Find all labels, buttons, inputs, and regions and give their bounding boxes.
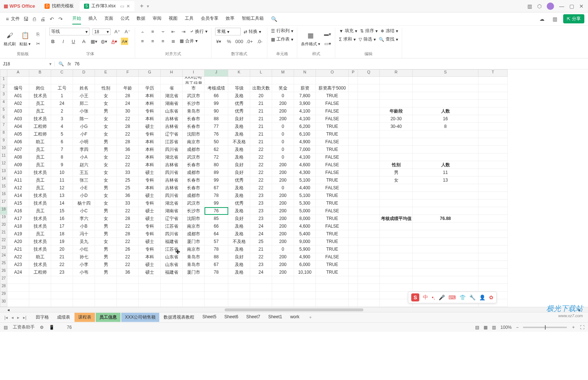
cell[interactable]	[29, 284, 51, 292]
cell[interactable]	[380, 276, 413, 284]
dec-inc-icon[interactable]: .0+	[246, 38, 253, 45]
currency-icon[interactable]: ¥▾	[215, 38, 222, 45]
cell[interactable]: 湖北省	[161, 153, 183, 161]
cell[interactable]	[161, 77, 183, 84]
cell[interactable]: 6,200	[294, 123, 316, 130]
indent-inc-icon[interactable]: ⇥	[180, 28, 187, 35]
cell[interactable]	[294, 292, 316, 299]
cell[interactable]: 员工	[29, 153, 51, 161]
align-right-icon[interactable]: ≡	[159, 37, 167, 45]
sheet-tab[interactable]: 员工信息	[96, 313, 121, 322]
cell[interactable]	[228, 77, 250, 84]
cell[interactable]	[349, 269, 358, 276]
cell[interactable]: 技术员	[29, 92, 51, 100]
cell[interactable]	[358, 276, 380, 284]
cell[interactable]: FALSE	[316, 169, 349, 176]
cell[interactable]: 及格	[228, 146, 250, 153]
cell[interactable]	[349, 107, 358, 115]
fill-color-icon[interactable]: ◍▾	[100, 38, 108, 45]
cell[interactable]: 25	[250, 238, 272, 246]
sheet-tab[interactable]: work	[286, 313, 303, 322]
cell[interactable]	[349, 115, 358, 123]
cell[interactable]: 67	[205, 261, 228, 269]
cell[interactable]: 学历	[139, 84, 161, 92]
cell[interactable]: 男	[95, 253, 117, 261]
cell[interactable]: 21	[250, 246, 272, 253]
cell[interactable]	[380, 200, 413, 207]
cell[interactable]	[117, 276, 139, 284]
col-header-T[interactable]: T	[478, 69, 508, 77]
sort-button[interactable]: ⇅ 排序 ▾	[360, 28, 378, 34]
cell[interactable]	[478, 269, 508, 276]
cell[interactable]	[29, 299, 51, 307]
cell[interactable]: 武汉市	[183, 153, 205, 161]
ime-skin-icon[interactable]: 👕	[459, 294, 466, 300]
cell[interactable]	[294, 299, 316, 307]
cell[interactable]: 及格	[228, 223, 250, 230]
status-helper[interactable]: 工资条助手	[13, 324, 35, 330]
cell[interactable]: 76.88	[413, 215, 478, 223]
cell[interactable]	[349, 223, 358, 230]
filter-button[interactable]: ▽ 筛选 ▾	[359, 36, 376, 42]
cell[interactable]: 及格	[228, 192, 250, 200]
row-header[interactable]: 14	[0, 176, 7, 184]
cell[interactable]	[250, 77, 272, 84]
cell[interactable]	[478, 192, 508, 200]
cell[interactable]: 22	[250, 169, 272, 176]
cell[interactable]: 硕士	[139, 123, 161, 130]
cell[interactable]: 工程师	[29, 123, 51, 130]
cell[interactable]: 7,000	[294, 146, 316, 153]
cell[interactable]	[380, 269, 413, 276]
cell[interactable]: 13	[51, 192, 73, 200]
cell[interactable]: 专科	[139, 246, 161, 253]
skin-icon[interactable]: ▥	[553, 16, 557, 22]
name-box[interactable]: J18 ▾	[0, 61, 55, 66]
cell[interactable]	[380, 246, 413, 253]
cell[interactable]: 5	[51, 130, 73, 138]
cell[interactable]: 优秀	[228, 176, 250, 184]
cell[interactable]: 专科	[139, 176, 161, 184]
cell[interactable]	[358, 92, 380, 100]
cell[interactable]: 男	[95, 261, 117, 269]
cell[interactable]: 4,900	[294, 253, 316, 261]
cell[interactable]: 福建省	[161, 238, 183, 246]
cell[interactable]	[73, 299, 95, 307]
cell[interactable]: 小B	[73, 223, 95, 230]
cell[interactable]	[478, 215, 508, 223]
cell[interactable]	[117, 284, 139, 292]
cell[interactable]	[380, 130, 413, 138]
cell[interactable]	[413, 153, 478, 161]
cell[interactable]	[413, 223, 478, 230]
col-header-D[interactable]: D	[73, 69, 95, 77]
cell[interactable]: 24	[250, 230, 272, 238]
cell[interactable]: A06	[7, 138, 29, 146]
cell[interactable]: 15	[51, 207, 73, 215]
cell[interactable]	[7, 299, 29, 307]
row-header[interactable]: 1	[0, 77, 7, 84]
cell[interactable]: 4,100	[294, 107, 316, 115]
cell[interactable]: 4,400	[294, 184, 316, 192]
cell[interactable]	[349, 77, 358, 84]
close-window-icon[interactable]: ✕	[579, 3, 584, 9]
cell[interactable]: 21	[250, 138, 272, 146]
cell[interactable]	[413, 230, 478, 238]
cell[interactable]: 女	[95, 123, 117, 130]
zoom-cell-icon[interactable]: 🔍	[58, 61, 64, 66]
cell[interactable]: 22	[117, 115, 139, 123]
cell[interactable]	[413, 146, 478, 153]
sheet-tab[interactable]: XXX公司销售额	[121, 313, 159, 322]
row-header[interactable]: 28	[0, 284, 7, 292]
cell[interactable]: 员工	[29, 176, 51, 184]
cell[interactable]: 优秀	[228, 200, 250, 207]
cell[interactable]: 女	[95, 176, 117, 184]
cell[interactable]	[316, 284, 349, 292]
cell[interactable]	[139, 299, 161, 307]
cell[interactable]: 江苏省	[161, 246, 183, 253]
cell[interactable]	[349, 146, 358, 153]
cell[interactable]	[228, 276, 250, 284]
cell[interactable]: 长沙市	[183, 207, 205, 215]
cell[interactable]	[358, 184, 380, 192]
cell[interactable]	[358, 238, 380, 246]
cell[interactable]	[205, 299, 228, 307]
cell[interactable]: 4,600	[294, 223, 316, 230]
